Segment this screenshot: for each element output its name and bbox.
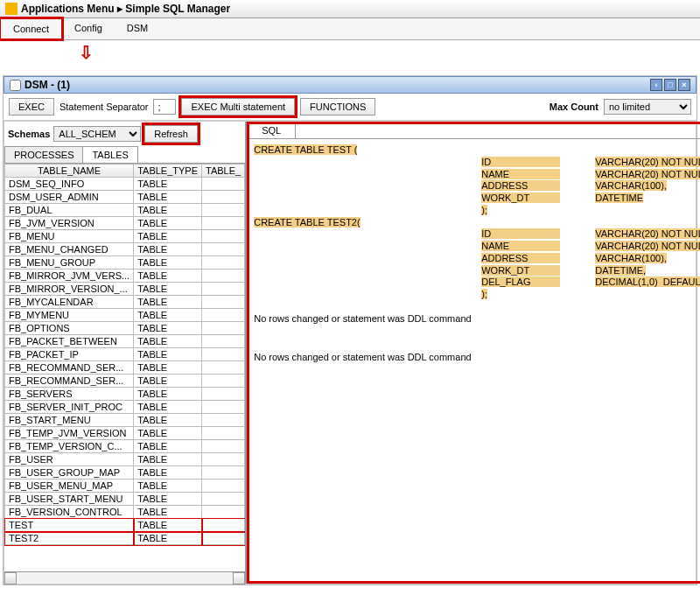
table-row[interactable]: FB_RECOMMAND_SER...TABLE <box>5 361 245 374</box>
app-icon <box>5 3 18 15</box>
window-title: DSM - (1) <box>24 79 70 91</box>
table-row[interactable]: DSM_SEQ_INFOTABLE <box>5 178 245 191</box>
maxcount-label: Max Count <box>550 102 598 112</box>
menu-dsm[interactable]: DSM <box>115 18 160 39</box>
sql-text: CREATE TABLE TEST ( <box>254 144 357 155</box>
left-pane: Schemas ALL_SCHEM Refresh PROCESSES TABL… <box>4 122 247 584</box>
tables-grid-wrap[interactable]: TABLE_NAME TABLE_TYPE TABLE_ DSM_SEQ_INF… <box>4 164 245 571</box>
window-pin-checkbox[interactable] <box>10 80 21 91</box>
result-message-2: No rows changed or statement was DDL com… <box>254 352 700 364</box>
tab-sql[interactable]: SQL <box>247 122 296 138</box>
tab-tables[interactable]: TABLES <box>82 146 137 163</box>
main-menubar: Connect Config DSM <box>0 18 700 40</box>
window-titlebar[interactable]: DSM - (1) ‹ □ × <box>4 76 696 94</box>
table-row[interactable]: FB_TEMP_JVM_VERSIONTABLE <box>5 427 245 440</box>
table-row[interactable]: FB_MIRROR_VERSION_...TABLE <box>5 283 245 296</box>
col-table-name[interactable]: TABLE_NAME <box>5 164 134 178</box>
tab-processes[interactable]: PROCESSES <box>4 146 83 163</box>
scroll-right-icon[interactable] <box>233 572 245 584</box>
table-row[interactable]: FB_USER_GROUP_MAPTABLE <box>5 466 245 480</box>
table-row[interactable]: FB_PACKET_BETWEENTABLE <box>5 335 245 348</box>
table-row[interactable]: FB_MENU_GROUPTABLE <box>5 256 245 270</box>
table-row[interactable]: DSM_USER_ADMINTABLE <box>5 191 245 204</box>
exec-multi-button[interactable]: EXEC Multi statement <box>181 98 295 116</box>
table-row[interactable]: FB_DUALTABLE <box>5 204 245 217</box>
table-row[interactable]: TESTTABLE <box>5 519 245 532</box>
separator-input[interactable] <box>153 99 176 115</box>
refresh-button[interactable]: Refresh <box>144 125 198 143</box>
table-row[interactable]: FB_SERVERSTABLE <box>5 388 245 401</box>
menu-connect[interactable]: Connect <box>0 17 64 41</box>
maxcount-select[interactable]: no limited <box>604 99 691 115</box>
result-message-1: No rows changed or statement was DDL com… <box>254 313 700 326</box>
table-row[interactable]: FB_USER_MENU_MAPTABLE <box>5 480 245 493</box>
schemas-label: Schemas <box>8 129 50 139</box>
toolbar: EXEC Statement Separator EXEC Multi stat… <box>4 94 696 121</box>
table-row[interactable]: FB_PACKET_IPTABLE <box>5 348 245 361</box>
sep-label: Statement Separator <box>60 102 149 112</box>
table-row[interactable]: FB_VERSION_CONTROLTABLE <box>5 506 245 519</box>
dsm-window: DSM - (1) ‹ □ × EXEC Statement Separator… <box>3 75 697 585</box>
close-button[interactable]: × <box>678 79 690 91</box>
right-pane: SQL CREATE TABLE TEST ( IDVARCHAR(20) NO… <box>247 122 700 584</box>
exec-button[interactable]: EXEC <box>9 98 54 116</box>
tables-grid: TABLE_NAME TABLE_TYPE TABLE_ DSM_SEQ_INF… <box>4 164 245 545</box>
table-row[interactable]: FB_MENUTABLE <box>5 230 245 243</box>
col-table-extra[interactable]: TABLE_ <box>202 164 245 178</box>
content-area: Schemas ALL_SCHEM Refresh PROCESSES TABL… <box>4 121 696 584</box>
left-hscrollbar[interactable] <box>4 571 245 584</box>
table-row[interactable]: FB_SERVER_INIT_PROCTABLE <box>5 401 245 414</box>
table-row[interactable]: FB_RECOMMAND_SER...TABLE <box>5 374 245 388</box>
maximize-button[interactable]: □ <box>664 79 676 91</box>
sql-editor[interactable]: CREATE TABLE TEST ( IDVARCHAR(20) NOT NU… <box>247 139 700 584</box>
app-titlebar: Applications Menu ▸ Simple SQL Manager <box>0 0 700 18</box>
annotation-arrow: ⇩ <box>0 40 700 75</box>
app-title: Applications Menu ▸ Simple SQL Manager <box>21 3 230 15</box>
table-row[interactable]: FB_JVM_VERSIONTABLE <box>5 217 245 230</box>
table-row[interactable]: TEST2TABLE <box>5 532 245 545</box>
table-row[interactable]: FB_START_MENUTABLE <box>5 414 245 427</box>
schemas-select[interactable]: ALL_SCHEM <box>53 126 141 142</box>
minimize-button[interactable]: ‹ <box>650 79 662 91</box>
col-table-type[interactable]: TABLE_TYPE <box>134 164 202 178</box>
table-row[interactable]: FB_USERTABLE <box>5 453 245 466</box>
left-tabs: PROCESSES TABLES <box>4 146 245 164</box>
table-row[interactable]: FB_MYMENUTABLE <box>5 309 245 322</box>
table-row[interactable]: FB_TEMP_VERSION_C...TABLE <box>5 440 245 453</box>
table-row[interactable]: FB_MENU_CHANGEDTABLE <box>5 243 245 256</box>
table-row[interactable]: FB_OPTIONSTABLE <box>5 322 245 335</box>
functions-button[interactable]: FUNCTIONS <box>300 98 375 116</box>
menu-config[interactable]: Config <box>62 18 115 39</box>
table-row[interactable]: FB_USER_START_MENUTABLE <box>5 493 245 506</box>
scroll-left-icon[interactable] <box>4 572 17 584</box>
table-row[interactable]: FB_MIRROR_JVM_VERS...TABLE <box>5 270 245 283</box>
table-row[interactable]: FB_MYCALENDARTABLE <box>5 296 245 309</box>
